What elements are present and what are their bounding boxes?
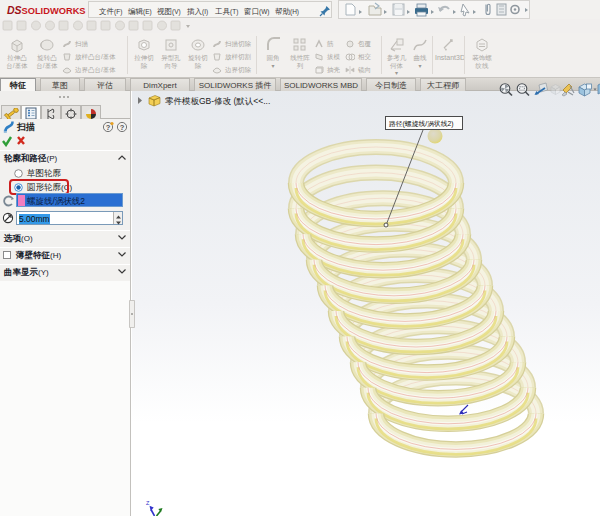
svg-text:DS: DS bbox=[7, 4, 22, 16]
svg-text:路径(螺旋线/涡状线2): 路径(螺旋线/涡状线2) bbox=[389, 120, 454, 128]
svg-text:?: ? bbox=[120, 123, 125, 132]
svg-text:?: ? bbox=[106, 123, 111, 132]
svg-text:SOLIDWORKS: SOLIDWORKS bbox=[22, 6, 86, 16]
svg-text:零件模板GB-修改 (默认<<...: 零件模板GB-修改 (默认<<... bbox=[165, 96, 270, 106]
